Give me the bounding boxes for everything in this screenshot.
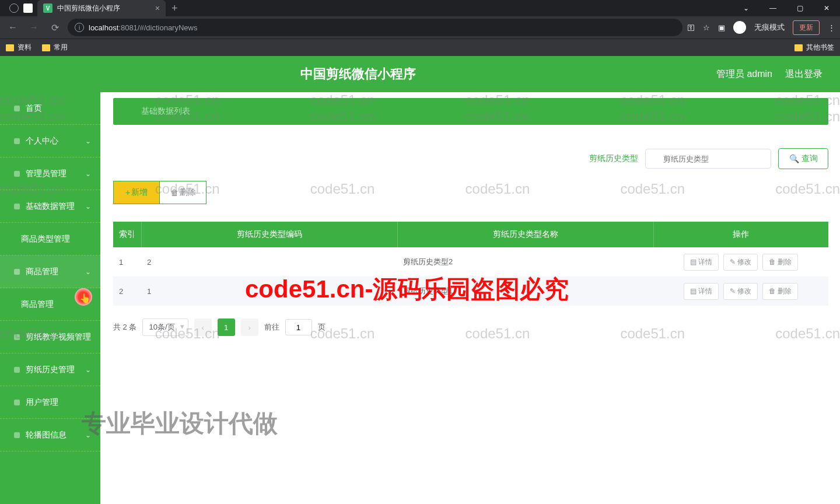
sys-icon-2[interactable] (23, 4, 33, 13)
chevron-down-icon: ⌄ (85, 137, 91, 145)
page-prev-button[interactable]: ‹ (194, 318, 212, 336)
edit-button[interactable]: ✎修改 (723, 254, 758, 271)
chevron-down-icon: ⌄ (85, 366, 91, 374)
doc-icon: ▤ (690, 287, 696, 295)
window-close-icon[interactable]: ✕ (813, 0, 840, 16)
window-minimize-icon[interactable]: — (760, 0, 786, 16)
users-icon (14, 400, 20, 405)
sidebar-item-product-mgmt-parent[interactable]: 商品管理⌄ (0, 256, 100, 288)
table-header-row: 索引 剪纸历史类型编码 剪纸历史类型名称 操作 (113, 222, 828, 247)
action-row: +新增 🗑删除 (113, 181, 828, 204)
incognito-icon (733, 21, 746, 34)
home-icon (14, 106, 20, 111)
chevron-down-icon: ⌄ (85, 268, 91, 276)
profile-icon (14, 138, 20, 144)
cell-ops: ▤详情 ✎修改 🗑删除 (653, 247, 828, 276)
page-size-select[interactable]: 10条/页 (142, 318, 188, 336)
back-button[interactable]: ← (5, 19, 21, 36)
col-index: 索引 (113, 222, 141, 247)
magnify-icon: 🔍 (789, 154, 799, 163)
folder-icon (794, 44, 803, 51)
admin-label[interactable]: 管理员 admin (716, 68, 772, 80)
search-input-wrap: 🔍 (645, 149, 771, 169)
sidebar-item-admin[interactable]: 管理员管理⌄ (0, 158, 100, 190)
product-icon (14, 269, 20, 275)
sidebar-item-carousel[interactable]: 轮播图信息⌄ (0, 419, 100, 452)
col-ops: 操作 (653, 222, 828, 247)
window-maximize-icon[interactable]: ▢ (786, 0, 813, 16)
content-area: 基础数据列表 剪纸历史类型 🔍 🔍查询 +新增 🗑删除 索引 剪纸历史类型编码 … (100, 92, 840, 504)
page-total: 共 2 条 (113, 322, 136, 332)
cell-name: 剪纸历史类型2 (397, 247, 653, 276)
sidebar-item-users[interactable]: 用户管理 (0, 386, 100, 419)
sidebar: 首页 个人中心⌄ 管理员管理⌄ 基础数据管理⌄ 商品类型管理 商品管理⌄ 商品管… (0, 92, 100, 504)
row-delete-button[interactable]: 🗑删除 (762, 283, 798, 300)
browser-tab[interactable]: V 中国剪纸微信小程序 × (37, 0, 166, 16)
sidebar-item-video[interactable]: 剪纸教学视频管理 (0, 321, 100, 354)
app-title: 中国剪纸微信小程序 (0, 65, 716, 83)
query-button[interactable]: 🔍查询 (778, 148, 828, 169)
key-icon[interactable]: ⚿ (687, 23, 695, 32)
col-name: 剪纸历史类型名称 (397, 222, 653, 247)
bookmark-folder-1[interactable]: 资料 (6, 43, 32, 52)
sys-icon-1[interactable] (9, 4, 19, 13)
row-delete-button[interactable]: 🗑删除 (762, 254, 798, 271)
goto-input[interactable] (285, 319, 312, 335)
tab-favicon-icon: V (43, 4, 52, 13)
logout-link[interactable]: 退出登录 (785, 68, 822, 80)
doc-icon: ▤ (690, 258, 696, 266)
delete-button[interactable]: 🗑删除 (160, 181, 206, 204)
reload-button[interactable]: ⟳ (47, 19, 63, 36)
url-text: localhost:8081/#/dictionaryNews (89, 23, 197, 32)
history-icon (14, 367, 20, 373)
breadcrumb: 基础数据列表 (113, 98, 828, 125)
app-header: 中国剪纸微信小程序 管理员 admin 退出登录 (0, 56, 840, 92)
sidebar-item-product-type[interactable]: 商品类型管理 (0, 223, 100, 256)
window-dropdown-icon[interactable]: ⌄ (733, 0, 760, 16)
col-code: 剪纸历史类型编码 (141, 222, 397, 247)
sidebar-item-home[interactable]: 首页 (0, 92, 100, 125)
sidebar-item-profile[interactable]: 个人中心⌄ (0, 125, 100, 158)
browser-chrome: V 中国剪纸微信小程序 × + ⌄ — ▢ ✕ ← → ⟳ i localhos… (0, 0, 840, 56)
pagination: 共 2 条 10条/页 ‹ 1 › 前往 页 (113, 318, 828, 336)
page-next-button[interactable]: › (241, 318, 258, 336)
folder-icon (42, 44, 50, 51)
detail-button[interactable]: ▤详情 (684, 283, 719, 300)
star-icon[interactable]: ☆ (703, 23, 710, 32)
site-info-icon[interactable]: i (75, 23, 84, 32)
add-button[interactable]: +新增 (113, 181, 160, 204)
bookmark-folder-2[interactable]: 常用 (42, 43, 68, 52)
cell-idx: 1 (113, 247, 141, 276)
extension-icon[interactable]: ▣ (718, 23, 725, 32)
new-tab-button[interactable]: + (166, 2, 184, 15)
tab-close-icon[interactable]: × (155, 4, 160, 13)
url-input[interactable]: i localhost:8081/#/dictionaryNews (68, 19, 682, 36)
video-icon (14, 334, 20, 340)
update-button[interactable]: 更新 (793, 20, 820, 35)
window-controls: ⌄ — ▢ ✕ (733, 0, 840, 16)
edit-icon: ✎ (730, 258, 736, 266)
address-bar: ← → ⟳ i localhost:8081/#/dictionaryNews … (0, 16, 840, 38)
cell-code: 1 (141, 276, 397, 306)
search-input[interactable] (645, 149, 771, 169)
edit-button[interactable]: ✎修改 (723, 283, 758, 300)
search-row: 剪纸历史类型 🔍 🔍查询 (113, 148, 828, 169)
cursor-click-indicator (75, 288, 92, 306)
edit-icon: ✎ (730, 287, 736, 295)
carousel-icon (14, 432, 20, 438)
chevron-down-icon: ⌄ (85, 431, 91, 439)
forward-button[interactable]: → (26, 19, 42, 36)
admin-icon (14, 171, 20, 177)
sidebar-item-history[interactable]: 剪纸历史管理⌄ (0, 354, 100, 386)
page-number-1[interactable]: 1 (218, 318, 235, 336)
data-icon (14, 204, 20, 209)
cell-ops: ▤详情 ✎修改 🗑删除 (653, 276, 828, 306)
sidebar-item-basedata[interactable]: 基础数据管理⌄ (0, 190, 100, 223)
other-bookmarks[interactable]: 其他书签 (794, 43, 834, 52)
menu-icon[interactable]: ⋮ (828, 23, 835, 32)
table-row: 1 2 剪纸历史类型2 ▤详情 ✎修改 🗑删除 (113, 247, 828, 276)
address-right: ⚿ ☆ ▣ 无痕模式 更新 ⋮ (687, 20, 835, 35)
goto-label-pre: 前往 (264, 322, 279, 332)
detail-button[interactable]: ▤详情 (684, 254, 719, 271)
chevron-down-icon: ⌄ (85, 170, 91, 178)
